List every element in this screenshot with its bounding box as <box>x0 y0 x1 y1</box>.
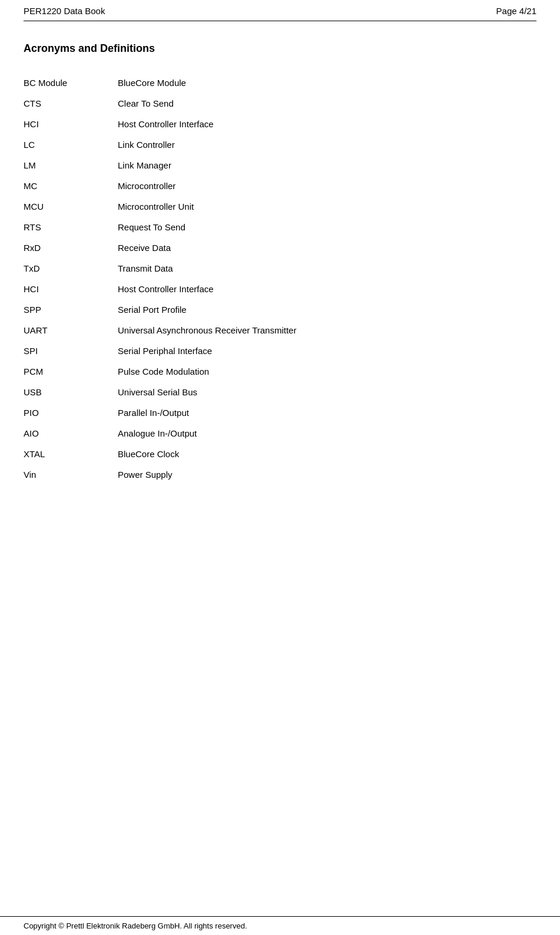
acronym-definition: Host Controller Interface <box>118 114 536 134</box>
table-row: RxDReceive Data <box>24 237 536 258</box>
acronym-definition: Receive Data <box>118 237 536 258</box>
table-row: PIOParallel In-/Output <box>24 402 536 423</box>
acronym-definition: Clear To Send <box>118 93 536 114</box>
acronym-definition: Request To Send <box>118 217 536 237</box>
acronym-abbreviation: TxD <box>24 258 118 279</box>
table-row: LMLink Manager <box>24 155 536 176</box>
acronym-abbreviation: RTS <box>24 217 118 237</box>
table-row: AIOAnalogue In-/Output <box>24 423 536 444</box>
table-row: XTALBlueCore Clock <box>24 444 536 464</box>
table-row: LCLink Controller <box>24 134 536 155</box>
acronym-abbreviation: USB <box>24 382 118 402</box>
acronym-abbreviation: LM <box>24 155 118 176</box>
acronym-abbreviation: HCI <box>24 114 118 134</box>
acronym-abbreviation: LC <box>24 134 118 155</box>
acronym-definition: Universal Asynchronous Receiver Transmit… <box>118 320 536 341</box>
page-number: Page 4/21 <box>496 6 536 16</box>
acronym-abbreviation: HCI <box>24 279 118 299</box>
acronym-definition: BlueCore Clock <box>118 444 536 464</box>
acronym-abbreviation: SPP <box>24 299 118 320</box>
acronym-definition: Universal Serial Bus <box>118 382 536 402</box>
table-row: CTSClear To Send <box>24 93 536 114</box>
table-row: PCMPulse Code Modulation <box>24 361 536 382</box>
table-row: UARTUniversal Asynchronous Receiver Tran… <box>24 320 536 341</box>
table-row: BC ModuleBlueCore Module <box>24 72 536 93</box>
table-row: HCIHost Controller Interface <box>24 114 536 134</box>
acronym-abbreviation: BC Module <box>24 72 118 93</box>
acronym-abbreviation: PCM <box>24 361 118 382</box>
acronym-definition: Serial Periphal Interface <box>118 341 536 361</box>
table-row: VinPower Supply <box>24 464 536 485</box>
page-wrapper: PER1220 Data Book Page 4/21 Acronyms and… <box>0 0 560 935</box>
acronym-abbreviation: SPI <box>24 341 118 361</box>
table-row: USBUniversal Serial Bus <box>24 382 536 402</box>
section-heading: Acronyms and Definitions <box>24 42 536 55</box>
acronym-definition: Microcontroller Unit <box>118 196 536 217</box>
table-row: TxDTransmit Data <box>24 258 536 279</box>
acronym-definition: Transmit Data <box>118 258 536 279</box>
acronym-definition: Pulse Code Modulation <box>118 361 536 382</box>
acronym-definition: Parallel In-/Output <box>118 402 536 423</box>
acronym-table: BC ModuleBlueCore ModuleCTSClear To Send… <box>24 72 536 485</box>
acronym-abbreviation: Vin <box>24 464 118 485</box>
table-row: RTSRequest To Send <box>24 217 536 237</box>
acronym-definition: Analogue In-/Output <box>118 423 536 444</box>
document-title: PER1220 Data Book <box>24 6 105 16</box>
acronym-abbreviation: UART <box>24 320 118 341</box>
table-row: MCUMicrocontroller Unit <box>24 196 536 217</box>
acronym-definition: Serial Port Profile <box>118 299 536 320</box>
acronym-abbreviation: CTS <box>24 93 118 114</box>
acronym-abbreviation: MCU <box>24 196 118 217</box>
table-row: SPISerial Periphal Interface <box>24 341 536 361</box>
acronym-abbreviation: PIO <box>24 402 118 423</box>
acronym-definition: Microcontroller <box>118 176 536 196</box>
acronym-abbreviation: MC <box>24 176 118 196</box>
page-footer: Copyright © Prettl Elektronik Radeberg G… <box>0 916 560 935</box>
acronym-definition: BlueCore Module <box>118 72 536 93</box>
acronym-abbreviation: XTAL <box>24 444 118 464</box>
acronym-definition: Power Supply <box>118 464 536 485</box>
acronym-definition: Link Manager <box>118 155 536 176</box>
copyright-text: Copyright © Prettl Elektronik Radeberg G… <box>24 921 247 930</box>
acronym-abbreviation: RxD <box>24 237 118 258</box>
page-header: PER1220 Data Book Page 4/21 <box>24 0 536 21</box>
acronym-abbreviation: AIO <box>24 423 118 444</box>
table-row: MCMicrocontroller <box>24 176 536 196</box>
acronym-definition: Link Controller <box>118 134 536 155</box>
acronym-definition: Host Controller Interface <box>118 279 536 299</box>
table-row: HCIHost Controller Interface <box>24 279 536 299</box>
table-row: SPPSerial Port Profile <box>24 299 536 320</box>
